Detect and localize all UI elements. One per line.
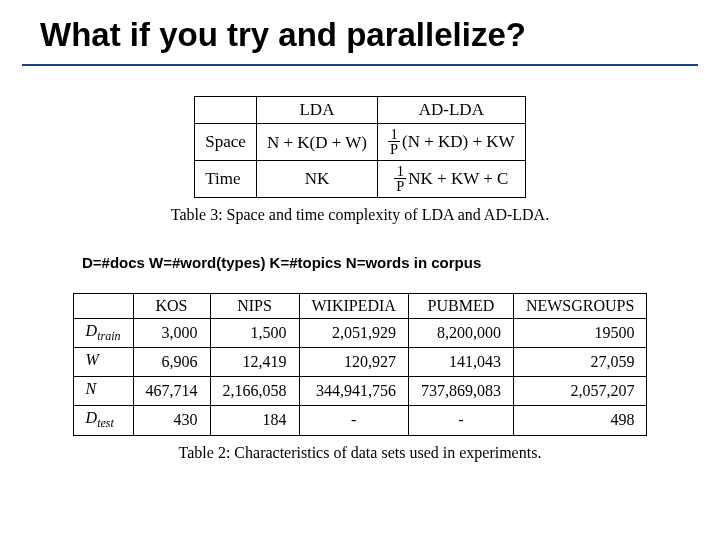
t2-cell: 120,927	[299, 348, 408, 377]
table-row: KOS NIPS WIKIPEDIA PUBMED NEWSGROUPS	[73, 293, 647, 318]
t3-r0-label: Space	[195, 124, 257, 161]
t2-cell: 184	[210, 406, 299, 435]
fraction: 1 P	[394, 164, 406, 194]
t2-cell: 2,051,929	[299, 318, 408, 347]
t2-cell: 8,200,000	[408, 318, 513, 347]
t3-r1-label: Time	[195, 160, 257, 197]
t2-hdr-4: PUBMED	[408, 293, 513, 318]
t3-r0-lda: N + K(D + W)	[256, 124, 377, 161]
table-row: W 6,906 12,419 120,927 141,043 27,059	[73, 348, 647, 377]
t2-hdr-5: NEWSGROUPS	[513, 293, 646, 318]
table3-hdr-adlda: AD-LDA	[377, 97, 525, 124]
t2-cell: 2,166,058	[210, 377, 299, 406]
t2-cell: 19500	[513, 318, 646, 347]
t2-cell: 430	[133, 406, 210, 435]
t2-cell: 12,419	[210, 348, 299, 377]
complexity-table: LDA AD-LDA Space N + K(D + W) 1 P (N + K…	[194, 96, 525, 198]
t2-cell: 467,714	[133, 377, 210, 406]
t2-r1-label: W	[73, 348, 133, 377]
t2-cell: 2,057,207	[513, 377, 646, 406]
table2-caption: Table 2: Characteristics of data sets us…	[0, 444, 720, 462]
datasets-table: KOS NIPS WIKIPEDIA PUBMED NEWSGROUPS Dtr…	[73, 293, 648, 436]
t2-hdr-3: WIKIPEDIA	[299, 293, 408, 318]
t2-cell: 737,869,083	[408, 377, 513, 406]
table3-hdr-blank	[195, 97, 257, 124]
t2-hdr-1: KOS	[133, 293, 210, 318]
table-row: Dtest 430 184 - - 498	[73, 406, 647, 435]
t3-r1-lda: NK	[256, 160, 377, 197]
table-row: N 467,714 2,166,058 344,941,756 737,869,…	[73, 377, 647, 406]
t3-r0-adlda: 1 P (N + KD) + KW	[377, 124, 525, 161]
variable-legend: D=#docs W=#word(types) K=#topics N=words…	[82, 254, 720, 271]
t2-cell: 498	[513, 406, 646, 435]
title-underline	[22, 64, 698, 66]
table-row: Space N + K(D + W) 1 P (N + KD) + KW	[195, 124, 525, 161]
t2-cell: -	[299, 406, 408, 435]
table3-caption: Table 3: Space and time complexity of LD…	[0, 206, 720, 224]
t2-cell: -	[408, 406, 513, 435]
table3-hdr-lda: LDA	[256, 97, 377, 124]
t2-hdr-2: NIPS	[210, 293, 299, 318]
t2-cell: 344,941,756	[299, 377, 408, 406]
t2-cell: 3,000	[133, 318, 210, 347]
t2-cell: 141,043	[408, 348, 513, 377]
table-row: Dtrain 3,000 1,500 2,051,929 8,200,000 1…	[73, 318, 647, 347]
fraction: 1 P	[388, 127, 400, 157]
t2-r3-label: Dtest	[73, 406, 133, 435]
table2-block: KOS NIPS WIKIPEDIA PUBMED NEWSGROUPS Dtr…	[0, 293, 720, 462]
t2-r0-label: Dtrain	[73, 318, 133, 347]
slide-title: What if you try and parallelize?	[0, 0, 720, 62]
t2-cell: 6,906	[133, 348, 210, 377]
table-row: Time NK 1 P NK + KW + C	[195, 160, 525, 197]
table3-block: LDA AD-LDA Space N + K(D + W) 1 P (N + K…	[0, 96, 720, 224]
table-row: LDA AD-LDA	[195, 97, 525, 124]
t2-r2-label: N	[73, 377, 133, 406]
t2-cell: 1,500	[210, 318, 299, 347]
t3-r1-adlda: 1 P NK + KW + C	[377, 160, 525, 197]
t2-cell: 27,059	[513, 348, 646, 377]
t2-hdr-0	[73, 293, 133, 318]
